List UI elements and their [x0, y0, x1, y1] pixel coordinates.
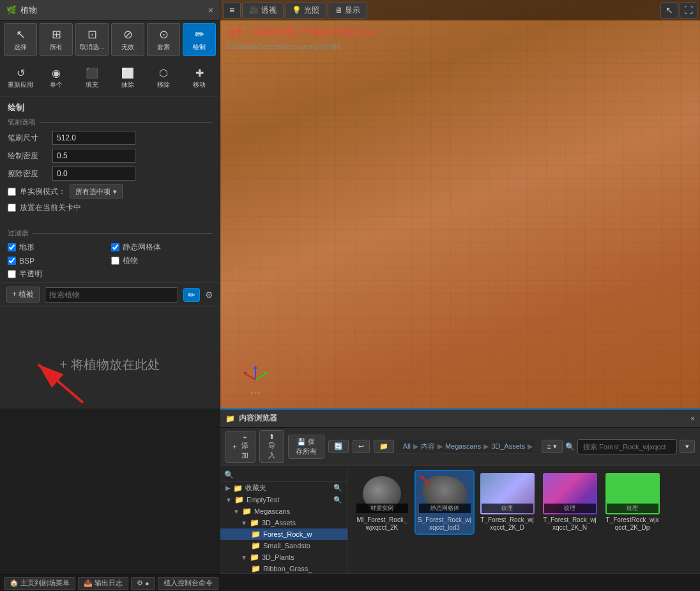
- viewport-perspective-button[interactable]: 🎥 透视: [242, 3, 284, 19]
- foliage-paint-mode-button[interactable]: ✏: [183, 288, 200, 302]
- cb-filter-button[interactable]: ≡ ▾: [542, 440, 563, 453]
- filter-terrain-label: 地形: [19, 242, 34, 253]
- cb-search-options-button[interactable]: ▾: [680, 440, 695, 453]
- tree-empty-test-label: EmptyTest: [247, 496, 279, 504]
- filter-terrain-checkbox[interactable]: [8, 243, 16, 251]
- filter-foliage-checkbox[interactable]: [111, 257, 119, 265]
- asset-selected-arrow: [419, 474, 432, 487]
- terrain-warning-text: 地形：将重新构建1个带物理材质的Actor: [220, 24, 700, 41]
- bread-3dassets[interactable]: 3D_Assets: [491, 442, 525, 450]
- filter-bsp-label: BSP: [19, 257, 34, 266]
- paint-density-input[interactable]: [52, 149, 135, 163]
- maximize-icon: ⛶: [684, 5, 693, 15]
- single-instance-dropdown[interactable]: 所有选中项 ▾: [70, 184, 123, 198]
- place-in-level-checkbox[interactable]: [8, 204, 16, 212]
- menu-icon: ≡: [229, 5, 234, 15]
- tree-favorites-label: 收藏夹: [245, 483, 266, 493]
- paint-icon: ✏: [195, 27, 204, 41]
- tree-empty-test[interactable]: ▼ 📁 EmptyTest 🔍: [220, 494, 347, 505]
- paint-section-title: 绘制: [8, 102, 212, 114]
- filter-translucent-checkbox[interactable]: [8, 270, 16, 278]
- taskbar-console[interactable]: 植入控制台命令: [158, 577, 218, 590]
- select-icon: ↖: [16, 27, 26, 41]
- add-foliage-button[interactable]: + 植被: [6, 287, 40, 303]
- display-icon: 🖥: [335, 6, 342, 15]
- filter-bsp-checkbox[interactable]: [8, 257, 16, 265]
- tool-lasso[interactable]: ⊙ 套索: [147, 23, 180, 56]
- asset-td-thumb: 纹理: [480, 473, 535, 514]
- favorites-search-icon[interactable]: 🔍: [333, 484, 342, 492]
- tool-erase[interactable]: ⬜ 抹除: [111, 62, 144, 94]
- cb-folder-button[interactable]: 📁: [374, 440, 394, 453]
- tool-move[interactable]: ✚ 移动: [183, 62, 216, 94]
- tree-forest-rock[interactable]: 📁 Forest_Rock_w: [220, 528, 347, 540]
- asset-ml-forest-rock[interactable]: 材质实例 MI_Forest_Rock_wjxqcct_2K: [353, 471, 411, 534]
- megascans-folder-icon: 📁: [242, 507, 252, 516]
- invalid-icon: ⊘: [123, 27, 133, 41]
- cb-close-button[interactable]: ×: [690, 414, 695, 423]
- cb-search-input[interactable]: [577, 439, 677, 454]
- asset-s-thumb: 静态网格体: [418, 473, 472, 514]
- cb-import-button[interactable]: ⬆ 导入: [259, 430, 284, 463]
- viewport-display-button[interactable]: 🖥 显示: [328, 3, 367, 19]
- asset-t-forest-d[interactable]: 纹理 T_Forest_Rock_wjxqcct_2K_D: [478, 471, 536, 534]
- tool-paint[interactable]: ✏ 绘制: [183, 23, 216, 56]
- tree-small-sandstone[interactable]: 📁 Small_Sandsto: [220, 540, 347, 551]
- asset-ml-name: MI_Forest_Rock_wjxqcct_2K: [355, 516, 409, 532]
- tree-favorites[interactable]: ▶ 📁 收藏夹 🔍: [220, 482, 347, 494]
- single-icon: ◉: [52, 67, 61, 79]
- tool-select[interactable]: ↖ 选择: [4, 23, 37, 56]
- tool-invalid[interactable]: ⊘ 无效: [111, 23, 144, 56]
- tool-deselect[interactable]: ⊡ 取消选...: [75, 23, 109, 56]
- tree-3d-plants[interactable]: ▼ 📁 3D_Plants: [220, 551, 347, 563]
- bread-content[interactable]: 内容: [421, 442, 435, 451]
- cb-header: 📁 内容浏览器 ×: [220, 410, 700, 428]
- brush-size-input[interactable]: [52, 131, 135, 145]
- panel-header: 🌿 植物 ×: [0, 0, 220, 20]
- asset-t-forest-n[interactable]: 纹理 T_Forest_Rock_wjxqcct_2K_N: [541, 471, 598, 534]
- cb-main: 🔍 ▶ 📁 收藏夹 🔍 ▼ 📁 EmptyTest 🔍 ▼ 📁 Megascan…: [220, 466, 700, 573]
- tool-reapply[interactable]: ↺ 重新应用: [4, 62, 37, 94]
- cb-sync-back-button[interactable]: ↩: [353, 440, 370, 453]
- bread-megascans[interactable]: Megascans: [445, 442, 481, 450]
- viewport-menu-button[interactable]: ≡: [223, 2, 241, 19]
- asset-s-forest-rock[interactable]: 静态网格体 S_Forest_Rock_wjxqcct_lod3: [416, 471, 473, 534]
- single-instance-checkbox[interactable]: [8, 188, 16, 196]
- tree-megascans[interactable]: ▼ 📁 Megascans: [220, 505, 347, 517]
- paint-brush-icon: ✏: [188, 290, 195, 300]
- tool-remove-label: 移除: [157, 80, 170, 89]
- place-in-level-label: 放置在当前关卡中: [20, 202, 81, 213]
- foliage-settings-button[interactable]: ⚙: [205, 290, 213, 300]
- asset-t-forest-dp[interactable]: 纹理 T_ForestRock_wjxqcct_2K_Dp: [604, 471, 661, 534]
- viewport-lighting-button[interactable]: 💡 光照: [285, 3, 326, 19]
- viewport-maximize-button[interactable]: ⛶: [680, 2, 697, 19]
- tool-all[interactable]: ⊞ 所有: [40, 23, 73, 56]
- taskbar-output-log[interactable]: 📤 输出日志: [78, 577, 128, 590]
- tool-fill[interactable]: ⬛ 填充: [75, 62, 109, 94]
- tool-single[interactable]: ◉ 单个: [40, 62, 73, 94]
- move-icon: ✚: [195, 67, 204, 79]
- panel-close-button[interactable]: ×: [208, 5, 213, 15]
- empty-test-arrow-icon: ▼: [225, 497, 232, 504]
- cb-save-all-button[interactable]: 💾 保存所有: [288, 435, 324, 459]
- tree-ribbon-grass[interactable]: 📁 Ribbon_Grass_: [220, 563, 347, 573]
- place-in-level-row: 放置在当前关卡中: [8, 202, 212, 213]
- taskbar-main-menu[interactable]: 🏠 主页到剧场菜单: [4, 577, 75, 590]
- tool-remove[interactable]: ⬡ 移除: [147, 62, 180, 94]
- cb-add-button[interactable]: ＋ + 添加: [225, 431, 255, 463]
- asset-tn-type-badge: 纹理: [544, 504, 596, 513]
- lasso-icon: ⊙: [159, 27, 169, 41]
- filter-divider: 过滤器: [8, 228, 212, 238]
- erase-density-input[interactable]: [52, 167, 135, 181]
- filter-static-checkbox[interactable]: [111, 243, 119, 251]
- viewport-cursor-button[interactable]: ↖: [660, 2, 678, 19]
- taskbar-settings[interactable]: ⚙ ●: [131, 577, 155, 590]
- empty-test-search-icon[interactable]: 🔍: [333, 496, 342, 504]
- cb-sync-button[interactable]: 🔄: [328, 440, 349, 453]
- tool-all-label: 所有: [50, 43, 63, 52]
- foliage-drop-zone[interactable]: + 将植物放在此处: [0, 307, 220, 422]
- bread-all[interactable]: All: [403, 442, 411, 450]
- foliage-search-input[interactable]: [45, 287, 178, 303]
- tree-3d-assets[interactable]: ▼ 📁 3D_Assets: [220, 517, 347, 528]
- asset-tn-name: T_Forest_Rock_wjxqcct_2K_N: [543, 516, 597, 532]
